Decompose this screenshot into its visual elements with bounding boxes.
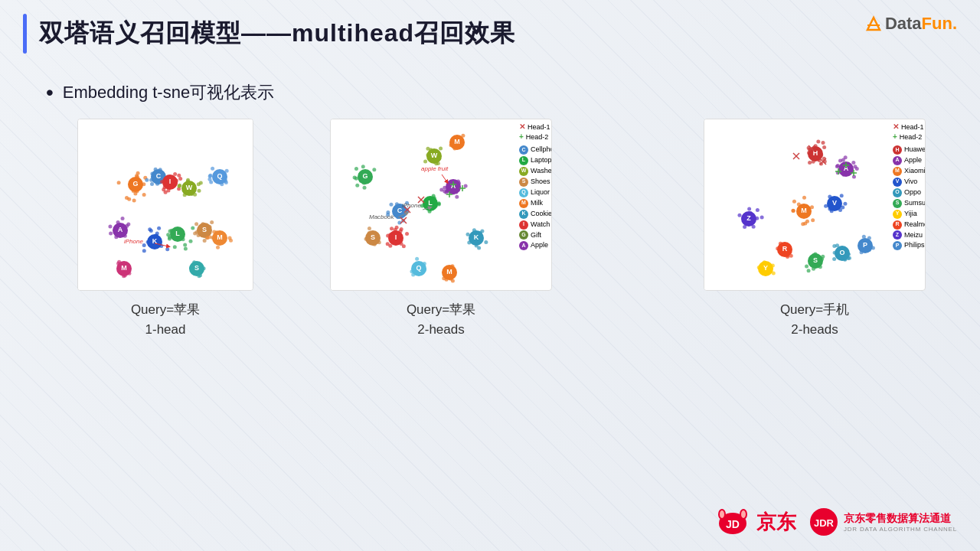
legend-cat-item: GGift	[519, 230, 552, 241]
bullet-point: •	[46, 80, 54, 105]
svg-text:JDR: JDR	[814, 517, 835, 529]
legend-cat-item: KCookies	[519, 209, 552, 220]
legend3-head1: ✕ Head-1	[893, 122, 926, 131]
legend-cat-item: PPhilips	[893, 240, 926, 251]
chart3-categories: HHuaweiAAppleMXiaomiVVivoOOppoSSumsungYY…	[893, 145, 926, 251]
chart-query-2: Query=苹果 2-heads	[407, 300, 475, 339]
chart-query-1: Query=苹果 1-head	[131, 300, 200, 339]
subtitle-text: Embedding t-sne可视化表示	[63, 81, 274, 104]
legend-cat-item: VVivo	[893, 177, 926, 187]
chart-block-1: iPhone Query=苹果 1-head	[38, 119, 292, 339]
slide: 双塔语义召回模型——multihead召回效果 DataFun. • Embed…	[0, 0, 980, 551]
legend-cat-item: SSumsung	[893, 198, 926, 209]
legend-cat-item: OOppo	[893, 187, 926, 198]
head1-label-3: Head-1	[901, 123, 924, 131]
charts-area: iPhone Query=苹果 1-head	[38, 119, 942, 339]
header: 双塔语义召回模型——multihead召回效果 DataFun.	[23, 14, 957, 54]
macbook-label: Macbook	[369, 214, 394, 220]
subtitle-area: • Embedding t-sne可视化表示	[46, 80, 274, 105]
head1-label: Head-1	[528, 123, 550, 131]
chart2-legend: ✕ Head-1 + Head-2 CCellphoneLLaptopWWash…	[519, 122, 552, 251]
chart-block-3: ✕ Head-1 + Head-2 HHuaweiAAppleMXiaomiVV…	[688, 119, 942, 339]
legend-cat-item: HHuawei	[893, 145, 926, 155]
svg-text:JD: JD	[726, 518, 740, 530]
jd-channel-group: JDR 京东零售数据算法通道 JDR DATA ALGORITHM CHANNE…	[808, 507, 957, 537]
apple-fruit-label: apple fruit	[421, 165, 448, 172]
legend-cat-item: WWasher	[519, 166, 552, 177]
legend-cat-item: AApple	[519, 240, 552, 251]
datafun-logo: DataFun.	[864, 14, 957, 34]
chart-container-3: ✕ Head-1 + Head-2 HHuaweiAAppleMXiaomiVV…	[704, 119, 926, 291]
legend-cat-item: MXiaomi	[893, 166, 926, 177]
legend-cat-item: LLaptop	[519, 155, 552, 166]
legend-head2: + Head-2	[519, 132, 552, 141]
svg-marker-0	[867, 18, 880, 30]
scatter-plot-1	[78, 119, 253, 291]
legend-cat-item: AApple	[893, 155, 926, 166]
channel-sub: JDR DATA ALGORITHM CHANNEL	[844, 526, 957, 533]
chart-query-3: Query=手机 2-heads	[780, 300, 849, 339]
jd-text: 京东	[756, 509, 796, 536]
head2-label: Head-2	[526, 133, 549, 141]
legend-cat-item: IWatch	[519, 220, 552, 230]
scatter-plot-3	[704, 119, 888, 291]
bottom-logos: JD 京东 JDR 京东零售数据算法通道 JDR DATA ALGORITHM …	[713, 507, 957, 537]
legend-cat-item: RRealme	[893, 220, 926, 230]
channel-text: 京东零售数据算法通道	[844, 512, 957, 526]
datafun-icon-svg	[864, 15, 883, 33]
jd-logo-group: JD 京东	[713, 507, 796, 537]
legend-cat-item: ZMeizu	[893, 230, 926, 241]
legend-cat-item: YYijia	[893, 209, 926, 220]
head2-label-3: Head-2	[900, 133, 923, 141]
title-accent-bar	[23, 14, 27, 54]
chart2-categories: CCellphoneLLaptopWWasherSShoesQLiquorMMi…	[519, 145, 552, 251]
svg-point-10	[720, 510, 724, 518]
jd-icon: JD	[713, 507, 753, 537]
datafun-text: DataFun.	[885, 14, 957, 34]
iphone-label-1: iPhone	[124, 238, 143, 245]
legend-cat-item: MMilk	[519, 198, 552, 209]
chart-block-2: apple fruit iPhone Macbook	[314, 119, 568, 339]
channel-text-group: 京东零售数据算法通道 JDR DATA ALGORITHM CHANNEL	[844, 512, 957, 533]
chart-container-2: apple fruit iPhone Macbook	[330, 119, 552, 291]
legend-cat-item: SShoes	[519, 177, 552, 187]
chart3-legend: ✕ Head-1 + Head-2 HHuaweiAAppleMXiaomiVV…	[893, 122, 926, 251]
channel-icon: JDR	[808, 507, 839, 537]
legend3-head2: + Head-2	[893, 132, 926, 141]
legend-head1: ✕ Head-1	[519, 122, 552, 131]
chart-container-1: iPhone	[77, 119, 253, 291]
legend-cat-item: QLiquor	[519, 187, 552, 198]
legend-cat-item: CCellphone	[519, 145, 552, 155]
svg-point-11	[741, 510, 746, 518]
main-title: 双塔语义召回模型——multihead召回效果	[39, 17, 515, 51]
iphone-label-2: iPhone	[402, 202, 421, 209]
scatter-plot-2	[331, 119, 514, 291]
